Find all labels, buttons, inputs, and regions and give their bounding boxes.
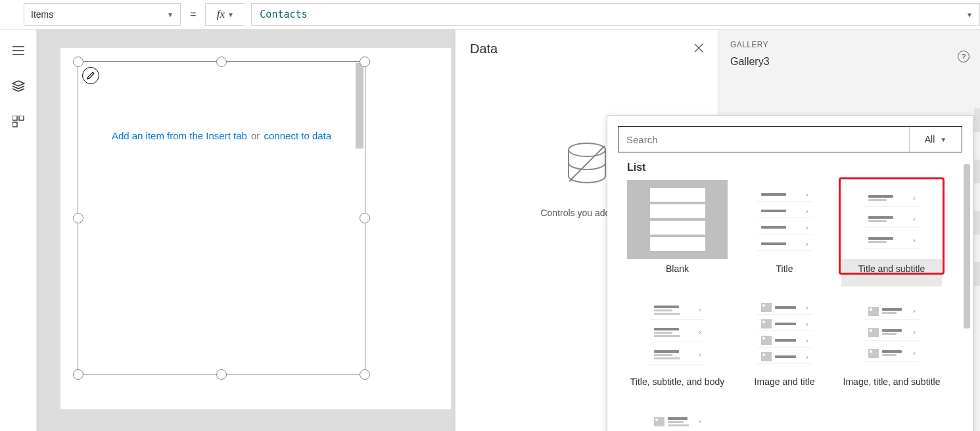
formula-input[interactable]: Contacts ▼ <box>251 3 980 26</box>
panel-handle[interactable] <box>974 211 980 235</box>
resize-handle[interactable] <box>73 57 83 67</box>
chevron-down-icon: ▼ <box>167 11 174 18</box>
chevron-down-icon: ▼ <box>940 136 946 143</box>
layout-tile-title-subtitle[interactable]: › › › Title and subtitle <box>841 180 942 286</box>
formula-bar: Items ▼ = fx ▼ Contacts ▼ <box>0 0 980 30</box>
resize-handle[interactable] <box>360 57 370 67</box>
components-icon[interactable] <box>12 115 25 128</box>
svg-rect-1 <box>19 116 24 120</box>
insert-link[interactable]: Add an item from the Insert tab <box>112 130 247 141</box>
fx-icon: fx <box>217 8 225 21</box>
layout-search-row: All ▼ <box>618 126 962 152</box>
layout-tile-image-title[interactable]: › › › › Image and title <box>734 293 835 399</box>
svg-rect-2 <box>12 122 17 127</box>
tile-label: Image, title, and subtitle <box>843 376 941 399</box>
layout-picker-popup: All ▼ List Blank <box>607 115 973 431</box>
chevron-down-icon: ▼ <box>968 11 971 18</box>
gallery-control-selected[interactable]: Add an item from the Insert tab or conne… <box>78 61 365 375</box>
resize-handle[interactable] <box>73 369 83 380</box>
layout-tile-title[interactable]: › › › › Title <box>734 180 835 286</box>
popup-scrollbar[interactable] <box>964 164 970 329</box>
property-name: Items <box>31 9 53 20</box>
layout-search-input[interactable] <box>618 127 909 152</box>
left-rail <box>0 30 37 431</box>
control-category: GALLERY <box>730 40 968 49</box>
help-icon[interactable]: ? <box>958 51 969 62</box>
layout-section-title: List <box>627 162 962 173</box>
canvas[interactable]: Add an item from the Insert tab or conne… <box>60 48 451 409</box>
layout-popup-body: List Blank › › <box>607 159 973 431</box>
tile-label: Title, subtitle, and body <box>630 376 724 399</box>
panel-handle[interactable] <box>974 262 980 286</box>
resize-handle[interactable] <box>360 213 370 223</box>
edit-icon[interactable] <box>82 67 99 84</box>
equals-sign: = <box>187 9 198 20</box>
layout-tile-title-subtitle-body[interactable]: › › › Title, subtitle, and body <box>627 293 728 399</box>
layout-tile-blank[interactable]: Blank <box>627 180 728 286</box>
resize-handle[interactable] <box>216 369 227 380</box>
tile-label: Image and title <box>755 376 815 399</box>
filter-label: All <box>925 134 935 145</box>
hamburger-icon[interactable] <box>12 44 25 57</box>
tile-label: Title and subtitle <box>858 263 925 286</box>
tile-label: Title <box>776 263 793 286</box>
control-name: Gallery3 <box>730 56 968 68</box>
svg-rect-0 <box>12 116 17 120</box>
tile-label: Blank <box>666 263 689 286</box>
close-icon[interactable] <box>694 43 703 55</box>
hint-or: or <box>251 130 260 141</box>
chevron-down-icon: ▼ <box>227 11 234 18</box>
resize-handle[interactable] <box>360 369 370 380</box>
resize-handle[interactable] <box>73 213 83 223</box>
property-dropdown[interactable]: Items ▼ <box>24 3 181 26</box>
fx-button[interactable]: fx ▼ <box>205 3 245 26</box>
panel-handle[interactable] <box>974 108 980 132</box>
svg-line-4 <box>569 146 605 181</box>
panel-handle[interactable] <box>974 160 980 183</box>
gallery-empty-hint: Add an item from the Insert tab or conne… <box>78 130 365 141</box>
layout-filter-dropdown[interactable]: All ▼ <box>909 127 962 152</box>
layers-icon[interactable] <box>12 79 25 93</box>
data-panel-title: Data <box>470 41 498 57</box>
layout-tile-partial[interactable]: › <box>627 406 728 431</box>
panel-tab-handles <box>974 108 980 286</box>
formula-text: Contacts <box>260 9 307 20</box>
layout-grid: Blank › › › › Title › › <box>627 180 962 431</box>
layout-tile-image-title-subtitle[interactable]: › › › Image, title, and subtitle <box>841 293 942 399</box>
main-area: Add an item from the Insert tab or conne… <box>0 30 980 431</box>
connect-data-link[interactable]: connect to data <box>264 130 332 141</box>
resize-handle[interactable] <box>216 57 227 67</box>
